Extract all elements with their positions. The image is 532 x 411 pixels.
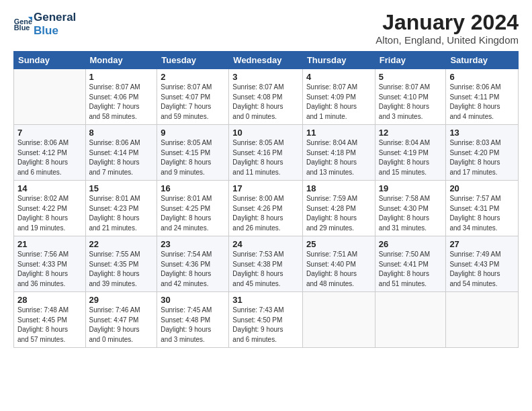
day-number: 22: [89, 239, 154, 249]
day-info: Sunrise: 8:06 AM Sunset: 4:14 PM Dayligh…: [89, 138, 154, 177]
weekday-header-tuesday: Tuesday: [157, 52, 229, 69]
svg-text:Blue: Blue: [14, 24, 30, 32]
day-number: 4: [306, 72, 371, 82]
calendar-cell: [375, 292, 446, 348]
day-info: Sunrise: 8:07 AM Sunset: 4:08 PM Dayligh…: [232, 83, 299, 122]
calendar-cell: 8Sunrise: 8:06 AM Sunset: 4:14 PM Daylig…: [85, 125, 157, 181]
day-info: Sunrise: 7:55 AM Sunset: 4:35 PM Dayligh…: [89, 250, 154, 289]
calendar-cell: 7Sunrise: 8:06 AM Sunset: 4:12 PM Daylig…: [14, 125, 86, 181]
calendar-cell: [446, 292, 519, 348]
calendar-cell: 22Sunrise: 7:55 AM Sunset: 4:35 PM Dayli…: [85, 236, 157, 292]
calendar-cell: 15Sunrise: 8:01 AM Sunset: 4:23 PM Dayli…: [85, 181, 157, 236]
day-info: Sunrise: 7:43 AM Sunset: 4:50 PM Dayligh…: [232, 306, 299, 345]
day-info: Sunrise: 8:07 AM Sunset: 4:09 PM Dayligh…: [306, 83, 371, 122]
calendar-cell: 2Sunrise: 8:07 AM Sunset: 4:07 PM Daylig…: [157, 69, 229, 125]
day-number: 12: [379, 128, 443, 138]
day-number: 30: [161, 295, 225, 305]
weekday-header-monday: Monday: [85, 52, 157, 69]
title-block: January 2024 Alton, England, United King…: [375, 11, 519, 46]
calendar-cell: 9Sunrise: 8:05 AM Sunset: 4:15 PM Daylig…: [157, 125, 229, 181]
weekday-header-friday: Friday: [375, 52, 446, 69]
day-number: 7: [17, 128, 82, 138]
day-number: 23: [161, 239, 225, 249]
day-number: 6: [449, 72, 515, 82]
day-number: 18: [306, 183, 371, 193]
calendar-cell: 21Sunrise: 7:56 AM Sunset: 4:33 PM Dayli…: [14, 236, 86, 292]
day-info: Sunrise: 7:57 AM Sunset: 4:31 PM Dayligh…: [449, 194, 515, 233]
day-info: Sunrise: 8:06 AM Sunset: 4:12 PM Dayligh…: [17, 138, 82, 177]
weekday-header-sunday: Sunday: [14, 52, 86, 69]
day-number: 3: [232, 72, 299, 82]
logo-icon: General Blue: [13, 15, 32, 34]
day-info: Sunrise: 8:04 AM Sunset: 4:18 PM Dayligh…: [306, 138, 371, 177]
day-info: Sunrise: 8:05 AM Sunset: 4:15 PM Dayligh…: [161, 138, 225, 177]
calendar-cell: 14Sunrise: 8:02 AM Sunset: 4:22 PM Dayli…: [14, 181, 86, 236]
day-info: Sunrise: 8:00 AM Sunset: 4:26 PM Dayligh…: [232, 194, 299, 233]
day-number: 5: [379, 72, 443, 82]
calendar-cell: 30Sunrise: 7:45 AM Sunset: 4:48 PM Dayli…: [157, 292, 229, 348]
day-number: 31: [232, 295, 299, 305]
page-header: General Blue General Blue January 2024 A…: [13, 11, 519, 46]
day-info: Sunrise: 7:50 AM Sunset: 4:41 PM Dayligh…: [379, 250, 443, 289]
calendar-cell: 26Sunrise: 7:50 AM Sunset: 4:41 PM Dayli…: [375, 236, 446, 292]
day-number: 25: [306, 239, 371, 249]
day-number: 27: [449, 239, 515, 249]
day-number: 28: [17, 295, 82, 305]
calendar-cell: 20Sunrise: 7:57 AM Sunset: 4:31 PM Dayli…: [446, 181, 519, 236]
day-number: 26: [379, 239, 443, 249]
day-info: Sunrise: 7:48 AM Sunset: 4:45 PM Dayligh…: [17, 306, 82, 345]
calendar-cell: 25Sunrise: 7:51 AM Sunset: 4:40 PM Dayli…: [302, 236, 375, 292]
logo-line2: Blue: [34, 24, 76, 38]
day-info: Sunrise: 7:53 AM Sunset: 4:38 PM Dayligh…: [232, 250, 299, 289]
day-number: 15: [89, 183, 154, 193]
calendar-cell: [14, 69, 86, 125]
day-number: 20: [449, 183, 515, 193]
day-number: 10: [232, 128, 299, 138]
calendar-cell: 27Sunrise: 7:49 AM Sunset: 4:43 PM Dayli…: [446, 236, 519, 292]
day-info: Sunrise: 8:07 AM Sunset: 4:10 PM Dayligh…: [379, 83, 443, 122]
day-info: Sunrise: 7:46 AM Sunset: 4:47 PM Dayligh…: [89, 306, 154, 345]
day-number: 29: [89, 295, 154, 305]
month-title: January 2024: [375, 11, 519, 34]
calendar-cell: 16Sunrise: 8:01 AM Sunset: 4:25 PM Dayli…: [157, 181, 229, 236]
day-info: Sunrise: 8:05 AM Sunset: 4:16 PM Dayligh…: [232, 138, 299, 177]
calendar-cell: 23Sunrise: 7:54 AM Sunset: 4:36 PM Dayli…: [157, 236, 229, 292]
day-number: 13: [449, 128, 515, 138]
day-number: 14: [17, 183, 82, 193]
day-info: Sunrise: 7:49 AM Sunset: 4:43 PM Dayligh…: [449, 250, 515, 289]
weekday-header-thursday: Thursday: [302, 52, 375, 69]
calendar-cell: 19Sunrise: 7:58 AM Sunset: 4:30 PM Dayli…: [375, 181, 446, 236]
day-info: Sunrise: 8:07 AM Sunset: 4:07 PM Dayligh…: [161, 83, 225, 122]
calendar-cell: 4Sunrise: 8:07 AM Sunset: 4:09 PM Daylig…: [302, 69, 375, 125]
calendar-cell: 1Sunrise: 8:07 AM Sunset: 4:06 PM Daylig…: [85, 69, 157, 125]
day-number: 8: [89, 128, 154, 138]
day-info: Sunrise: 7:51 AM Sunset: 4:40 PM Dayligh…: [306, 250, 371, 289]
location: Alton, England, United Kingdom: [375, 34, 519, 46]
day-number: 17: [232, 183, 299, 193]
day-number: 11: [306, 128, 371, 138]
calendar-cell: 6Sunrise: 8:06 AM Sunset: 4:11 PM Daylig…: [446, 69, 519, 125]
calendar-cell: [302, 292, 375, 348]
calendar-cell: 5Sunrise: 8:07 AM Sunset: 4:10 PM Daylig…: [375, 69, 446, 125]
day-info: Sunrise: 7:45 AM Sunset: 4:48 PM Dayligh…: [161, 306, 225, 345]
day-info: Sunrise: 8:01 AM Sunset: 4:23 PM Dayligh…: [89, 194, 154, 233]
calendar-cell: 29Sunrise: 7:46 AM Sunset: 4:47 PM Dayli…: [85, 292, 157, 348]
weekday-header-wednesday: Wednesday: [229, 52, 303, 69]
logo: General Blue General Blue: [13, 11, 76, 38]
day-number: 21: [17, 239, 82, 249]
day-info: Sunrise: 8:01 AM Sunset: 4:25 PM Dayligh…: [161, 194, 225, 233]
calendar-cell: 12Sunrise: 8:04 AM Sunset: 4:19 PM Dayli…: [375, 125, 446, 181]
calendar-cell: 11Sunrise: 8:04 AM Sunset: 4:18 PM Dayli…: [302, 125, 375, 181]
logo-line1: General: [34, 11, 76, 24]
weekday-header-saturday: Saturday: [446, 52, 519, 69]
day-info: Sunrise: 8:04 AM Sunset: 4:19 PM Dayligh…: [379, 138, 443, 177]
day-info: Sunrise: 7:58 AM Sunset: 4:30 PM Dayligh…: [379, 194, 443, 233]
day-number: 19: [379, 183, 443, 193]
day-number: 16: [161, 183, 225, 193]
day-number: 9: [161, 128, 225, 138]
day-info: Sunrise: 7:56 AM Sunset: 4:33 PM Dayligh…: [17, 250, 82, 289]
calendar-cell: 10Sunrise: 8:05 AM Sunset: 4:16 PM Dayli…: [229, 125, 303, 181]
calendar-cell: 28Sunrise: 7:48 AM Sunset: 4:45 PM Dayli…: [14, 292, 86, 348]
day-number: 24: [232, 239, 299, 249]
calendar-cell: 24Sunrise: 7:53 AM Sunset: 4:38 PM Dayli…: [229, 236, 303, 292]
